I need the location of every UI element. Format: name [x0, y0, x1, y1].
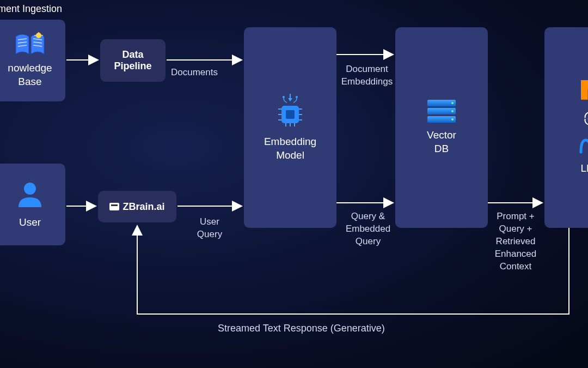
svg-point-10: [296, 96, 298, 98]
openai-icon: [581, 110, 588, 128]
node-vector-db: Vector DB: [395, 27, 488, 228]
svg-point-9: [283, 96, 285, 98]
svg-marker-8: [288, 98, 292, 101]
chip-icon: [274, 93, 307, 131]
svg-rect-12: [286, 110, 295, 119]
node-llm: LLM: [544, 27, 588, 228]
edge-streamed-response: Streamed Text Response (Generative): [218, 322, 385, 335]
user-icon: [15, 180, 45, 212]
user-label: User: [19, 216, 41, 230]
meta-icon: [579, 138, 588, 154]
book-icon: [14, 32, 46, 57]
node-user: User: [0, 164, 65, 245]
zbrain-logo: ZBrain.ai: [109, 201, 164, 213]
node-embedding-model: Embedding Model: [244, 27, 336, 228]
edge-documents: Documents: [171, 67, 218, 79]
edge-prompt-context: Prompt + Query + Retrieved Enhanced Cont…: [490, 210, 541, 273]
svg-point-7: [24, 183, 36, 195]
zbrain-label: ZBrain.ai: [122, 201, 164, 213]
database-icon: [427, 100, 456, 124]
edge-user-query: User Query: [191, 216, 229, 241]
zbrain-icon: [109, 203, 119, 210]
section-title-ingestion: ment Ingestion: [0, 3, 62, 15]
svg-point-6: [36, 33, 41, 38]
mistral-icon: [581, 80, 588, 100]
llm-icon-stack: [579, 80, 588, 154]
vector-label: Vector DB: [427, 129, 456, 155]
edge-doc-embeddings: Document Embeddings: [340, 63, 394, 88]
node-data-pipeline: Data Pipeline: [100, 39, 166, 82]
embedding-label: Embedding Model: [264, 135, 316, 162]
kb-label: nowledge Base: [8, 62, 52, 88]
node-knowledge-base: nowledge Base: [0, 20, 65, 101]
llm-label: LLM: [581, 162, 588, 176]
node-zbrain: ZBrain.ai: [98, 191, 176, 222]
pipeline-label: Data Pipeline: [114, 49, 151, 72]
edge-query-embedded: Query & Embedded Query: [341, 210, 395, 248]
